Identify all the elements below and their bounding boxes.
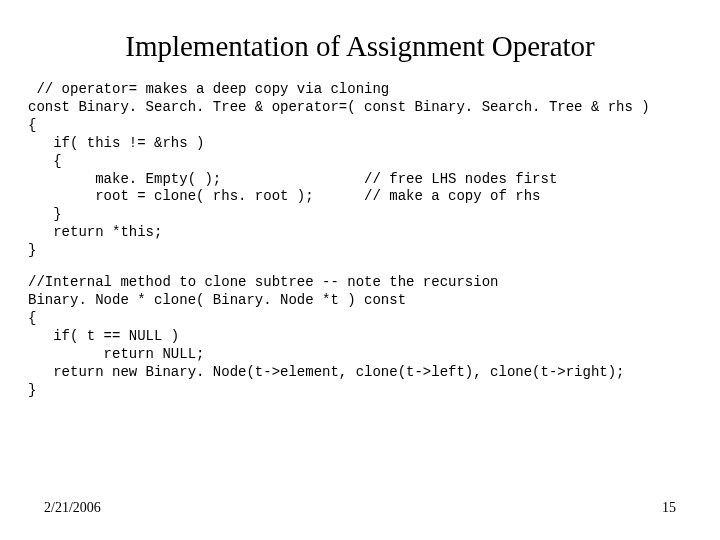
code-block-clone: //Internal method to clone subtree -- no… — [28, 274, 692, 399]
code-block-operator: // operator= makes a deep copy via cloni… — [28, 81, 692, 260]
slide: Implementation of Assignment Operator //… — [0, 0, 720, 540]
page-title: Implementation of Assignment Operator — [28, 30, 692, 63]
footer-date: 2/21/2006 — [44, 500, 101, 516]
footer-page-number: 15 — [662, 500, 676, 516]
footer: 2/21/2006 15 — [0, 500, 720, 516]
